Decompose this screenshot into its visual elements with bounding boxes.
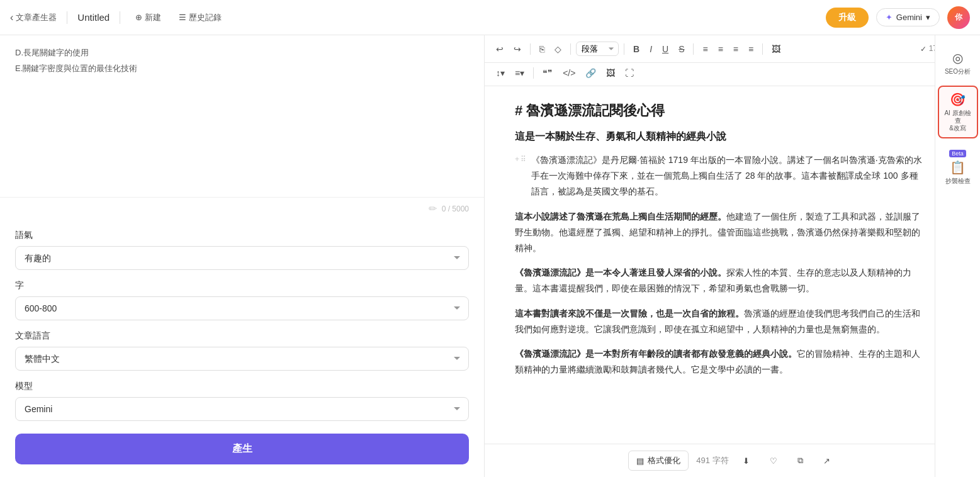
new-document-button[interactable]: ⊕ 新建 xyxy=(130,9,166,26)
seo-icon: ◎ xyxy=(952,50,963,65)
chevron-down-icon: ▾ xyxy=(926,13,930,22)
upgrade-button[interactable]: 升級 xyxy=(826,8,869,28)
align-center-button[interactable]: ≡ xyxy=(714,42,727,57)
bold-button[interactable]: B xyxy=(629,42,643,57)
para-text-3: 《魯濱遜漂流記》是一本令人著迷且發人深省的小說。探索人性的本質、生存的意志以及人… xyxy=(515,265,923,296)
toolbar-divider-4 xyxy=(693,43,694,55)
align-right-button[interactable]: ≡ xyxy=(729,42,742,57)
drag-handle-icon[interactable]: ⠿ xyxy=(521,155,526,164)
share-icon: ↗ xyxy=(823,456,830,466)
seo-analysis-tool[interactable]: ◎ SEO分析 xyxy=(938,45,978,81)
copy-icon: ⧉ xyxy=(797,456,803,466)
paragraph-style-wrap: 段落 標題1 標題2 xyxy=(576,42,619,56)
beta-badge: Beta xyxy=(949,150,966,157)
para-text-1: 《魯濱遜漂流記》是丹尼爾·笛福於 1719 年出版的一本冒險小說。講述了一個名叫… xyxy=(531,152,923,200)
editor-toolbar-row1: ↩ ↪ ⎘ ◇ 段落 標題1 標題2 B I U S ≡ ≡ ≡ ≡ xyxy=(485,35,980,63)
format-optimize-button[interactable]: ▤ 格式優化 xyxy=(628,451,689,471)
like-button[interactable]: ♡ xyxy=(763,452,784,469)
plus-icon: ⊕ xyxy=(135,13,142,22)
language-select[interactable]: 繁體中文 簡體中文 English 日本語 xyxy=(15,347,469,371)
underline-button[interactable]: U xyxy=(658,42,672,57)
toolbar-divider-6 xyxy=(533,67,534,79)
ai-check-tool[interactable]: 🎯 AI 原創檢查&改寫 xyxy=(938,86,978,138)
align-left-button[interactable]: ≡ xyxy=(699,42,711,57)
toolbar-divider-3 xyxy=(624,43,624,55)
right-panel: ↩ ↪ ⎘ ◇ 段落 標題1 標題2 B I U S ≡ ≡ ≡ ≡ xyxy=(485,35,980,477)
para-text-4: 這本書對讀者來說不僅是一次冒險，也是一次自省的旅程。魯濱遜的經歷迫使我們思考我們… xyxy=(515,306,923,337)
para-handle-1: + ⠿ xyxy=(515,155,526,164)
nav-divider-2 xyxy=(120,11,120,24)
code-button[interactable]: </> xyxy=(559,65,579,81)
outline-item-e: E.關鍵字密度與位置的最佳化技術 xyxy=(15,61,469,76)
language-label: 文章語言 xyxy=(15,330,469,342)
outline-item-d: D.長尾關鍵字的使用 xyxy=(15,45,469,60)
back-arrow-icon: ‹ xyxy=(10,12,13,23)
nav-divider-1 xyxy=(67,11,67,24)
main-layout: D.長尾關鍵字的使用 E.關鍵字密度與位置的最佳化技術 ✏ 0 / 5000 語… xyxy=(0,35,980,477)
document-heading: # 魯濱遜漂流記閱後心得 xyxy=(515,101,923,120)
right-sidebar: ◎ SEO分析 🎯 AI 原創檢查&改寫 Beta 📋 抄襲檢查 xyxy=(935,35,980,477)
ai-check-label: AI 原創檢查&改寫 xyxy=(943,109,973,132)
gemini-star-icon: ✦ xyxy=(886,13,893,22)
top-nav: ‹ 文章產生器 Untitled ⊕ 新建 ☰ 歷史記錄 升級 ✦ Gemini… xyxy=(0,0,980,35)
redo-button[interactable]: ↪ xyxy=(510,42,525,57)
word-count-display: 491 字符 xyxy=(696,455,728,466)
download-icon: ⬇ xyxy=(743,456,750,466)
paragraph-style-select[interactable]: 段落 標題1 標題2 xyxy=(576,42,619,56)
format-icon: ▤ xyxy=(636,456,644,466)
generate-button[interactable]: 產生 xyxy=(15,434,469,464)
document-title[interactable]: Untitled xyxy=(77,12,110,23)
paragraph-align-button[interactable]: ≡▾ xyxy=(511,65,528,81)
para-text-2: 這本小說講述了魯濱遜在荒島上獨自生活期間的經歷。他建造了一個住所，製造了工具和武… xyxy=(515,209,923,257)
check-icon: ✓ xyxy=(920,45,926,53)
edit-icon: ✏ xyxy=(429,203,437,215)
gemini-model-button[interactable]: ✦ Gemini ▾ xyxy=(876,8,940,26)
plagiarism-label: 抄襲檢查 xyxy=(945,177,971,185)
toolbar-divider-5 xyxy=(762,43,763,55)
char-count-row: ✏ 0 / 5000 xyxy=(0,197,484,220)
toolbar-divider-1 xyxy=(530,43,531,55)
nav-app-title: 文章產生器 xyxy=(16,12,57,23)
line-spacing-button[interactable]: ↕▾ xyxy=(492,65,509,81)
nav-back-button[interactable]: ‹ 文章產生器 xyxy=(10,12,57,23)
editor-content[interactable]: # 魯濱遜漂流記閱後心得 這是一本關於生存、勇氣和人類精神的經典小說 + ⠿ 《… xyxy=(485,86,980,444)
download-button[interactable]: ⬇ xyxy=(736,452,756,469)
outline-text: D.長尾關鍵字的使用 E.關鍵字密度與位置的最佳化技術 xyxy=(15,45,469,76)
fullscreen-button[interactable]: ⛶ xyxy=(621,65,638,81)
toolbar-divider-2 xyxy=(570,43,571,55)
quote-button[interactable]: ❝❞ xyxy=(539,65,556,81)
plagiarism-check-tool[interactable]: Beta 📋 抄襲檢查 xyxy=(938,143,978,190)
history-icon: ☰ xyxy=(179,13,186,22)
ai-check-icon: 🎯 xyxy=(950,92,966,107)
tone-select[interactable]: 有趣的 正式的 輕鬆的 專業的 xyxy=(15,246,469,270)
insert-image-button[interactable]: 🖼 xyxy=(768,42,784,57)
char-count-display: 0 / 5000 xyxy=(442,205,469,213)
avatar[interactable]: 你 xyxy=(947,6,970,29)
seo-label: SEO分析 xyxy=(945,68,971,76)
share-button[interactable]: ↗ xyxy=(817,452,836,469)
model-select[interactable]: Gemini GPT-4 Claude xyxy=(15,397,469,421)
align-justify-button[interactable]: ≡ xyxy=(745,42,757,57)
strikethrough-button[interactable]: S xyxy=(675,42,688,57)
editor-bottom-bar: ▤ 格式優化 491 字符 ⬇ ♡ ⧉ ↗ xyxy=(485,444,980,477)
outline-content: D.長尾關鍵字的使用 E.關鍵字密度與位置的最佳化技術 xyxy=(0,35,484,197)
clear-format-button[interactable]: ◇ xyxy=(551,42,565,57)
model-label: 模型 xyxy=(15,381,469,392)
italic-button[interactable]: I xyxy=(646,42,656,57)
length-label: 字 xyxy=(15,280,469,291)
like-icon: ♡ xyxy=(770,456,777,466)
add-block-icon[interactable]: + xyxy=(515,155,519,164)
plagiarism-icon: 📋 xyxy=(950,160,966,175)
copy-format-button[interactable]: ⎘ xyxy=(536,42,548,57)
paragraph-1: + ⠿ 《魯濱遜漂流記》是丹尼爾·笛福於 1719 年出版的一本冒險小說。講述了… xyxy=(515,152,923,209)
copy-button[interactable]: ⧉ xyxy=(791,452,809,469)
left-panel: D.長尾關鍵字的使用 E.關鍵字密度與位置的最佳化技術 ✏ 0 / 5000 語… xyxy=(0,35,485,477)
tone-label: 語氣 xyxy=(15,230,469,241)
link-button[interactable]: 🔗 xyxy=(582,65,600,81)
editor-toolbar-row2: ↕▾ ≡▾ ❝❞ </> 🔗 🖼 ⛶ xyxy=(485,63,980,86)
length-select[interactable]: 600-800 400-600 800-1000 1000-1200 xyxy=(15,296,469,320)
document-subheading: 這是一本關於生存、勇氣和人類精神的經典小說 xyxy=(515,130,923,143)
image-insert-button[interactable]: 🖼 xyxy=(602,65,619,81)
undo-button[interactable]: ↩ xyxy=(492,42,507,57)
history-button[interactable]: ☰ 歷史記錄 xyxy=(174,9,227,26)
